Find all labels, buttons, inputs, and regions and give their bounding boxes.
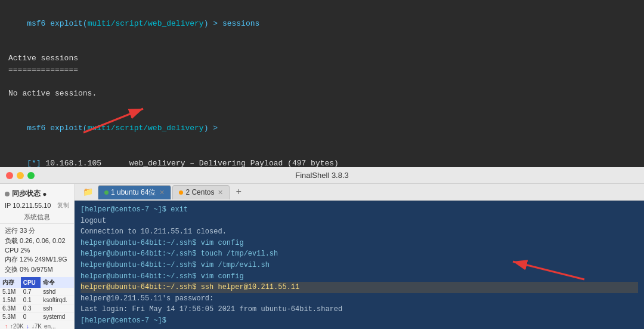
term-no-sessions: No active sessions. (8, 88, 636, 100)
row-cpu: 0.1 (21, 296, 41, 305)
sidebar: 同步状态 ● IP 10.211.55.10 复制 系统信息 运行 33 分 负… (0, 184, 75, 329)
process-rows: 5.1M0.7sshd1.5M0.1ksoftirqd.6.3M0.3ssh5.… (0, 288, 74, 321)
tab-dot-ubuntu (104, 190, 109, 195)
tab-label-ubuntu: 1 ubuntu 64位 (111, 187, 156, 198)
tab-area: 📁 1 ubuntu 64位 ✕ 2 Centos ✕ + [helper@ce… (75, 184, 644, 329)
sync-dot (5, 192, 10, 196)
download-arrow-icon: ↓ (26, 323, 29, 329)
sysinfo-label: 系统信息 (0, 211, 74, 224)
table-row: 5.1M0.7sshd (0, 288, 74, 296)
col-cpu: CPU (21, 277, 41, 288)
tab-close-ubuntu[interactable]: ✕ (159, 189, 165, 196)
tab-dot-centos (179, 190, 183, 195)
row-cmd: systemd (41, 313, 74, 321)
tab-label-centos: 2 Centos (185, 188, 214, 196)
upload-arrow-icon: ↑ (5, 323, 8, 329)
folder-icon[interactable]: 📁 (78, 185, 98, 199)
terminal-line: Connection to 10.211.55.11 closed. (80, 226, 638, 238)
maximize-button[interactable] (27, 172, 35, 179)
terminal-line: helper@ubuntu-64bit:~/.ssh$ vim config (80, 238, 638, 249)
ip-text: IP 10.211.55.10 (5, 202, 51, 209)
tab-add-button[interactable]: + (231, 186, 246, 199)
uptime-stat: 运行 33 分 (0, 226, 74, 236)
terminal-line: Last login: Fri May 14 17:56:05 2021 fro… (80, 304, 638, 315)
table-row: 6.3M0.3ssh (0, 305, 74, 313)
row-cpu: 0.3 (21, 305, 41, 313)
terminal-content[interactable]: [helper@centos-7 ~]$ exitlogoutConnectio… (75, 201, 644, 329)
row-mem: 6.3M (0, 305, 21, 313)
table-row: 1.5M0.1ksoftirqd. (0, 296, 74, 305)
term-prompt: msf6 exploit(multi/script/web_delivery) … (27, 19, 259, 28)
term-blank-3 (8, 99, 636, 111)
cpu-stat: CPU 2% (0, 246, 74, 254)
tab-centos[interactable]: 2 Centos ✕ (172, 185, 230, 199)
swap-stat: 交换 0% 0/975M (0, 265, 74, 275)
load-stat: 负载 0.26, 0.06, 0.02 (0, 236, 74, 246)
col-cmd: 命令 (41, 277, 74, 288)
term-prompt-text: msf6 exploit(multi/script/web_delivery) … (27, 124, 222, 133)
terminal-line: helper@ubuntu-64bit:~/.ssh$ vim config (80, 271, 638, 282)
upload-speed: ↑20K (10, 323, 24, 329)
language-label: en... (44, 323, 55, 329)
term-module: multi/script/web_delivery (88, 19, 204, 28)
top-terminal: msf6 exploit(multi/script/web_delivery) … (0, 0, 644, 167)
row-cmd: sshd (41, 288, 74, 296)
minimize-button[interactable] (17, 172, 24, 179)
terminal-lines: [helper@centos-7 ~]$ exitlogoutConnectio… (80, 204, 638, 327)
sync-status: 同步状态 ● (0, 187, 74, 200)
term-blank-1 (8, 41, 636, 53)
table-row: 5.3M0systemd (0, 313, 74, 321)
term-separator: =============== (8, 64, 636, 76)
row-cpu: 0 (21, 313, 41, 321)
download-speed: ↓7K (32, 323, 42, 329)
terminal-line: helper@ubuntu-64bit:~/.ssh$ ssh helper@1… (80, 282, 638, 293)
tab-ubuntu[interactable]: 1 ubuntu 64位 ✕ (98, 185, 171, 199)
mem-stat: 内存 12% 249M/1.9G (0, 254, 74, 265)
tab-bar: 📁 1 ubuntu 64位 ✕ 2 Centos ✕ + (75, 184, 644, 201)
sync-label: 同步状态 (12, 189, 41, 199)
finalshell-window: FinalShell 3.8.3 同步状态 ● IP 10.211.55.10 … (0, 167, 644, 329)
row-cmd: ssh (41, 305, 74, 313)
terminal-line: helper@ubuntu-64bit:~/.ssh$ touch /tmp/e… (80, 248, 638, 260)
sidebar-bottom: ↑ ↑20K ↓ ↓7K en... (0, 321, 74, 329)
row-mem: 1.5M (0, 296, 21, 305)
term-active-sessions: Active sessions (8, 53, 636, 64)
terminal-line: [helper@centos-7 ~]$ exit (80, 204, 638, 216)
window-title: FinalShell 3.8.3 (295, 171, 349, 180)
term-line-1: msf6 exploit(multi/script/web_delivery) … (8, 6, 636, 41)
terminal-line: helper@ubuntu-64bit:~/.ssh$ vim /tmp/evi… (80, 260, 638, 271)
term-blank-2 (8, 76, 636, 88)
terminal-line: helper@10.211.55.11's password: (80, 293, 638, 305)
process-table: 内存 CPU 命令 5.1M0.7sshd1.5M0.1ksoftirqd.6.… (0, 277, 74, 321)
row-mem: 5.1M (0, 288, 21, 296)
sidebar-ip: IP 10.211.55.10 复制 (0, 200, 74, 211)
row-cpu: 0.7 (21, 288, 41, 296)
main-content: 同步状态 ● IP 10.211.55.10 复制 系统信息 运行 33 分 负… (0, 184, 644, 329)
window-controls (6, 172, 35, 179)
row-mem: 5.3M (0, 313, 21, 321)
terminal-line: [helper@centos-7 ~]$ (80, 315, 638, 327)
titlebar: FinalShell 3.8.3 (0, 167, 644, 184)
close-button[interactable] (6, 172, 13, 179)
copy-label[interactable]: 复制 (57, 201, 69, 210)
term-star-1: [*] 10.168.1.105 web_delivery – Deliveri… (8, 146, 636, 167)
col-mem: 内存 (0, 277, 21, 288)
tab-close-centos[interactable]: ✕ (218, 189, 223, 196)
terminal-line: logout (80, 216, 638, 227)
term-prompt-2: msf6 exploit(multi/script/web_delivery) … (8, 111, 636, 146)
row-cmd: ksoftirqd. (41, 296, 74, 305)
